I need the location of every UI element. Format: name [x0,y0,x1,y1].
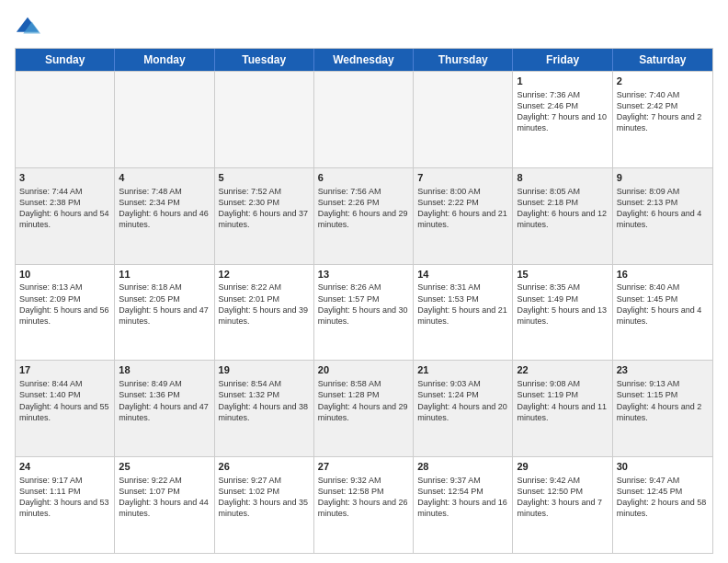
day-number: 30 [617,460,709,474]
day-number: 8 [517,171,608,185]
cell-info: Sunrise: 9:17 AMSunset: 1:11 PMDaylight:… [19,475,110,520]
cal-cell: 1Sunrise: 7:36 AMSunset: 2:46 PMDaylight… [513,72,612,167]
cell-info: Sunrise: 9:27 AMSunset: 1:02 PMDaylight:… [219,475,310,520]
cal-cell: 30Sunrise: 9:47 AMSunset: 12:45 PMDaylig… [613,457,712,553]
cal-cell: 20Sunrise: 8:58 AMSunset: 1:28 PMDayligh… [314,361,414,456]
day-number: 24 [19,460,110,474]
cell-info: Sunrise: 9:42 AMSunset: 12:50 PMDaylight… [517,475,608,520]
cal-cell: 4Sunrise: 7:48 AMSunset: 2:34 PMDaylight… [115,168,214,264]
cell-info: Sunrise: 8:35 AMSunset: 1:49 PMDaylight:… [517,282,608,327]
day-number: 2 [617,75,709,88]
day-number: 11 [119,268,210,282]
cal-cell: 14Sunrise: 8:31 AMSunset: 1:53 PMDayligh… [414,265,513,361]
day-number: 29 [517,460,608,474]
cell-info: Sunrise: 8:31 AMSunset: 1:53 PMDaylight:… [417,282,508,327]
calendar-header-row: SundayMondayTuesdayWednesdayThursdayFrid… [16,49,712,71]
calendar: SundayMondayTuesdayWednesdayThursdayFrid… [15,48,713,554]
cell-info: Sunrise: 8:26 AMSunset: 1:57 PMDaylight:… [318,282,409,327]
day-number: 23 [617,363,709,377]
day-number: 28 [417,460,508,474]
header-day-saturday: Saturday [613,49,712,71]
cal-cell: 16Sunrise: 8:40 AMSunset: 1:45 PMDayligh… [613,265,712,361]
cal-cell: 17Sunrise: 8:44 AMSunset: 1:40 PMDayligh… [16,361,115,456]
cell-info: Sunrise: 9:13 AMSunset: 1:15 PMDaylight:… [617,378,709,423]
cell-info: Sunrise: 9:22 AMSunset: 1:07 PMDaylight:… [119,475,210,520]
cal-cell: 12Sunrise: 8:22 AMSunset: 2:01 PMDayligh… [215,265,314,361]
header-day-sunday: Sunday [16,49,115,71]
cal-cell [314,72,414,167]
week-row-5: 24Sunrise: 9:17 AMSunset: 1:11 PMDayligh… [16,456,712,553]
cell-info: Sunrise: 9:47 AMSunset: 12:45 PMDaylight… [617,475,709,520]
cal-cell: 24Sunrise: 9:17 AMSunset: 1:11 PMDayligh… [16,457,115,553]
day-number: 17 [19,363,110,377]
cell-info: Sunrise: 8:22 AMSunset: 2:01 PMDaylight:… [219,282,310,327]
cal-cell: 18Sunrise: 8:49 AMSunset: 1:36 PMDayligh… [115,361,214,456]
cell-info: Sunrise: 8:49 AMSunset: 1:36 PMDaylight:… [119,378,210,423]
header-day-wednesday: Wednesday [314,49,414,71]
cal-cell: 27Sunrise: 9:32 AMSunset: 12:58 PMDaylig… [314,457,414,553]
day-number: 20 [318,363,409,377]
day-number: 25 [119,460,210,474]
day-number: 27 [318,460,409,474]
header-day-thursday: Thursday [414,49,513,71]
cal-cell [16,72,115,167]
header-day-tuesday: Tuesday [215,49,314,71]
cell-info: Sunrise: 7:36 AMSunset: 2:46 PMDaylight:… [517,89,608,134]
day-number: 6 [318,171,409,185]
week-row-4: 17Sunrise: 8:44 AMSunset: 1:40 PMDayligh… [16,360,712,456]
day-number: 21 [417,363,508,377]
logo [15,15,44,40]
cal-cell [414,72,513,167]
cal-cell: 25Sunrise: 9:22 AMSunset: 1:07 PMDayligh… [115,457,214,553]
day-number: 12 [219,268,310,282]
day-number: 19 [219,363,310,377]
header-day-monday: Monday [115,49,214,71]
cal-cell: 26Sunrise: 9:27 AMSunset: 1:02 PMDayligh… [215,457,314,553]
week-row-2: 3Sunrise: 7:44 AMSunset: 2:38 PMDaylight… [16,167,712,264]
cell-info: Sunrise: 8:44 AMSunset: 1:40 PMDaylight:… [19,378,110,423]
cell-info: Sunrise: 7:40 AMSunset: 2:42 PMDaylight:… [617,89,709,134]
cell-info: Sunrise: 8:05 AMSunset: 2:18 PMDaylight:… [517,186,608,231]
week-row-1: 1Sunrise: 7:36 AMSunset: 2:46 PMDaylight… [16,71,712,167]
day-number: 13 [318,268,409,282]
cell-info: Sunrise: 8:40 AMSunset: 1:45 PMDaylight:… [617,282,709,327]
cal-cell: 19Sunrise: 8:54 AMSunset: 1:32 PMDayligh… [215,361,314,456]
header [15,15,713,40]
cal-cell: 2Sunrise: 7:40 AMSunset: 2:42 PMDaylight… [613,72,712,167]
cal-cell: 11Sunrise: 8:18 AMSunset: 2:05 PMDayligh… [115,265,214,361]
day-number: 5 [219,171,310,185]
cell-info: Sunrise: 9:32 AMSunset: 12:58 PMDaylight… [318,475,409,520]
cal-cell: 15Sunrise: 8:35 AMSunset: 1:49 PMDayligh… [513,265,612,361]
day-number: 10 [19,268,110,282]
cell-info: Sunrise: 8:54 AMSunset: 1:32 PMDaylight:… [219,378,310,423]
cal-cell: 3Sunrise: 7:44 AMSunset: 2:38 PMDaylight… [16,168,115,264]
header-day-friday: Friday [513,49,612,71]
cal-cell: 6Sunrise: 7:56 AMSunset: 2:26 PMDaylight… [314,168,414,264]
cell-info: Sunrise: 9:37 AMSunset: 12:54 PMDaylight… [417,475,508,520]
cell-info: Sunrise: 8:58 AMSunset: 1:28 PMDaylight:… [318,378,409,423]
cell-info: Sunrise: 8:09 AMSunset: 2:13 PMDaylight:… [617,186,709,231]
day-number: 3 [19,171,110,185]
cal-cell [215,72,314,167]
day-number: 7 [417,171,508,185]
day-number: 1 [517,75,608,88]
cal-cell [115,72,214,167]
cal-cell: 9Sunrise: 8:09 AMSunset: 2:13 PMDaylight… [613,168,712,264]
cal-cell: 10Sunrise: 8:13 AMSunset: 2:09 PMDayligh… [16,265,115,361]
calendar-body: 1Sunrise: 7:36 AMSunset: 2:46 PMDaylight… [16,71,712,553]
cell-info: Sunrise: 8:18 AMSunset: 2:05 PMDaylight:… [119,282,210,327]
cell-info: Sunrise: 9:08 AMSunset: 1:19 PMDaylight:… [517,378,608,423]
cal-cell: 29Sunrise: 9:42 AMSunset: 12:50 PMDaylig… [513,457,612,553]
cell-info: Sunrise: 9:03 AMSunset: 1:24 PMDaylight:… [417,378,508,423]
cal-cell: 28Sunrise: 9:37 AMSunset: 12:54 PMDaylig… [414,457,513,553]
cell-info: Sunrise: 7:48 AMSunset: 2:34 PMDaylight:… [119,186,210,231]
logo-icon [15,15,40,40]
cal-cell: 7Sunrise: 8:00 AMSunset: 2:22 PMDaylight… [414,168,513,264]
day-number: 15 [517,268,608,282]
cell-info: Sunrise: 7:44 AMSunset: 2:38 PMDaylight:… [19,186,110,231]
day-number: 16 [617,268,709,282]
cal-cell: 22Sunrise: 9:08 AMSunset: 1:19 PMDayligh… [513,361,612,456]
cal-cell: 21Sunrise: 9:03 AMSunset: 1:24 PMDayligh… [414,361,513,456]
cal-cell: 8Sunrise: 8:05 AMSunset: 2:18 PMDaylight… [513,168,612,264]
cal-cell: 5Sunrise: 7:52 AMSunset: 2:30 PMDaylight… [215,168,314,264]
